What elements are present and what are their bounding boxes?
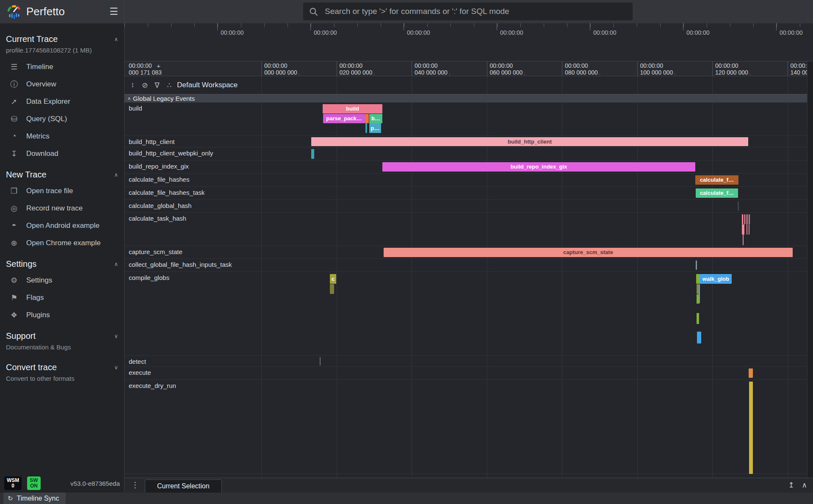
menu-hamburger-icon[interactable]: ☰ (109, 6, 118, 17)
slice-build_repo_index_gix[interactable]: build_repo_index_gix (382, 162, 695, 172)
track-row-capture_scm_state[interactable]: capture_scm_statecapture_scm_state (124, 246, 807, 259)
section-heading[interactable]: Convert trace ∨ (6, 363, 118, 372)
track-row-build_http_client[interactable]: build_http_clientbuild_http_client (124, 136, 807, 147)
section-heading[interactable]: New Trace ∧ (6, 170, 118, 180)
slice[interactable] (744, 214, 745, 224)
slice[interactable] (742, 214, 743, 224)
slice[interactable] (697, 313, 699, 324)
slice[interactable] (697, 294, 699, 304)
wsm-badge[interactable]: WSM0 (4, 476, 22, 490)
minimap-major-tick (776, 23, 777, 30)
track-row-calculate_task_hash[interactable]: calculate_task_hash (124, 213, 807, 246)
slice[interactable] (749, 224, 749, 235)
slice-calculate_f[interactable]: calculate_f… (695, 175, 738, 185)
track-row-execute_dry_run[interactable]: execute_dry_run (124, 380, 807, 474)
slice[interactable] (738, 202, 739, 211)
time-ruler: 00:00:00 000 171 083 +00:00:00000 000 00… (124, 61, 807, 76)
vertical-scrollbar[interactable] (807, 61, 813, 478)
slice[interactable] (696, 274, 700, 284)
search-placeholder: Search or type '>' for commands or ':' f… (325, 7, 509, 16)
slice[interactable] (742, 224, 744, 235)
track-row-build[interactable]: buildbuildparse_pack…b…p… (124, 102, 807, 136)
slice[interactable] (696, 260, 697, 270)
slice-build_http_client[interactable]: build_http_client (311, 137, 748, 146)
minimap-minor-tick (124, 23, 125, 27)
slice-calculate_f[interactable]: calculate_f… (696, 188, 738, 198)
panel-menu-kebab-icon[interactable]: ⋮ (131, 480, 139, 490)
slice-build[interactable]: build (323, 104, 382, 114)
track-row-build_http_client_webpki_only[interactable]: build_http_client_webpki_only (124, 147, 807, 161)
sidebar-item-data-explorer[interactable]: ➚ Data Explorer (6, 93, 118, 110)
sidebar-item-settings[interactable]: ⚙ Settings (6, 271, 118, 289)
slice[interactable] (749, 368, 753, 378)
slice[interactable] (330, 284, 334, 294)
minimap-major-tick (683, 23, 683, 30)
section-chevron-icon[interactable]: ∨ (114, 364, 118, 371)
open-folder-icon: ❒ (8, 186, 19, 196)
ruler-minor-tick (600, 73, 600, 76)
slice[interactable] (749, 214, 750, 224)
slice[interactable] (747, 214, 748, 224)
sw-on-badge[interactable]: SWON (27, 476, 40, 490)
workspace-icon[interactable]: ∴ (165, 81, 174, 90)
track-row-collect_global_file_hash_inputs_task[interactable]: collect_global_file_hash_inputs_task (124, 259, 807, 272)
track-name: detect (129, 358, 146, 365)
track-row-build_repo_index_gix[interactable]: build_repo_index_gixbuild_repo_index_gix (124, 161, 807, 174)
track-row-calculate_global_hash[interactable]: calculate_global_hash (124, 200, 807, 213)
slice[interactable] (365, 114, 369, 123)
track-row-calculate_file_hashes[interactable]: calculate_file_hashescalculate_f… (124, 174, 807, 187)
slice[interactable] (743, 235, 744, 245)
timeline-sync-button[interactable]: ↻ Timeline Sync (3, 493, 66, 504)
slice[interactable] (320, 357, 321, 366)
sidebar-item-open-chrome-example[interactable]: ⊕ Open Chrome example (6, 234, 118, 252)
section-heading[interactable]: Support ∨ (6, 331, 118, 341)
sidebar-item-open-trace-file[interactable]: ❒ Open trace file (6, 182, 118, 199)
compress-tracks-icon[interactable]: ↕ (128, 81, 137, 89)
section-chevron-icon[interactable]: ∧ (114, 261, 118, 267)
filter-icon[interactable]: ∇ (153, 81, 161, 90)
section-chevron-icon[interactable]: ∧ (114, 172, 118, 178)
slice[interactable] (746, 214, 747, 224)
minimap-minor-tick (497, 23, 498, 27)
slice-c[interactable]: c (330, 274, 336, 284)
workspace-label[interactable]: Default Workspace (177, 81, 238, 89)
slice-b[interactable]: b… (369, 114, 382, 123)
section-heading[interactable]: Current Trace ∧ (6, 34, 118, 44)
slice-walk_glob[interactable]: walk_glob (700, 274, 732, 284)
pin-panel-up-icon[interactable]: ↥ (788, 481, 794, 490)
section-heading[interactable]: Settings ∧ (6, 259, 118, 269)
slice-p[interactable]: p… (369, 123, 381, 133)
slice[interactable] (697, 332, 701, 343)
sidebar-item-query-sql-[interactable]: ⛁ Query (SQL) (6, 110, 118, 127)
slice[interactable] (311, 149, 314, 159)
track-row-calculate_file_hashes_task[interactable]: calculate_file_hashes_taskcalculate_f… (124, 187, 807, 200)
slice[interactable] (747, 224, 747, 235)
slice[interactable] (749, 382, 753, 474)
track-row-execute[interactable]: execute (124, 367, 807, 380)
sidebar-item-metrics[interactable]: ◔ Metrics (6, 127, 118, 145)
track-row-compile_globs[interactable]: compile_globscwalk_glob (124, 272, 807, 356)
pin-disabled-icon[interactable]: ⊘ (141, 81, 149, 90)
sync-icon: ↻ (8, 495, 13, 502)
slice-parse_pack[interactable]: parse_pack… (323, 114, 365, 123)
track-group-header[interactable]: ∧ Global Legacy Events (124, 94, 813, 102)
sidebar-item-overview[interactable]: ⓘ Overview (6, 75, 118, 93)
slice[interactable] (365, 123, 367, 133)
sidebar-item-record-new-trace[interactable]: ◎ Record new trace (6, 199, 118, 217)
tab-current-selection[interactable]: Current Selection (145, 479, 222, 493)
track-row-detect[interactable]: detect (124, 356, 807, 367)
slice-capture_scm_state[interactable]: capture_scm_state (384, 248, 793, 257)
sidebar-item-download[interactable]: ↧ Download (6, 145, 118, 162)
sidebar-item-open-android-example[interactable]: ◓ Open Android example (6, 217, 118, 234)
expand-panel-icon[interactable]: ∧ (802, 481, 807, 490)
sidebar-item-timeline[interactable]: ☰ Timeline (6, 58, 118, 75)
sidebar-item-plugins[interactable]: ❖ Plugins (6, 306, 118, 324)
zoom-plus-button[interactable]: + (157, 62, 160, 69)
search-input[interactable]: Search or type '>' for commands or ':' f… (303, 3, 633, 20)
collapse-group-icon[interactable]: ∧ (127, 96, 131, 101)
top-bar: Search or type '>' for commands or ':' f… (124, 0, 813, 23)
sidebar-item-flags[interactable]: ⚑ Flags (6, 289, 118, 306)
overview-minimap[interactable]: 00:00:0000:00:0000:00:0000:00:0000:00:00… (124, 23, 813, 61)
section-chevron-icon[interactable]: ∧ (114, 36, 118, 42)
section-chevron-icon[interactable]: ∨ (114, 333, 118, 339)
